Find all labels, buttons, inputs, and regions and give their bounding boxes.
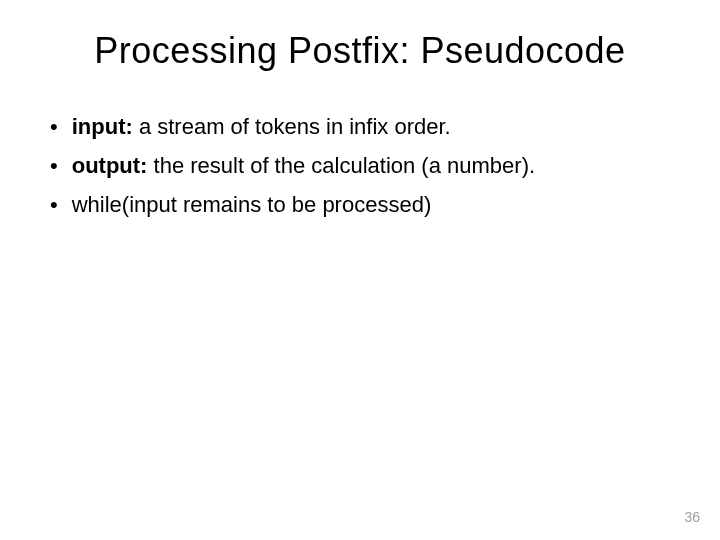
bullet-body: a stream of tokens in infix order. xyxy=(133,114,451,139)
bullet-marker: • xyxy=(50,112,58,143)
bullet-body: the result of the calculation (a number)… xyxy=(147,153,535,178)
bullet-label: output: xyxy=(72,153,148,178)
slide-title: Processing Postfix: Pseudocode xyxy=(40,30,680,72)
page-number: 36 xyxy=(684,509,700,525)
bullet-marker: • xyxy=(50,190,58,221)
bullet-text: output: the result of the calculation (a… xyxy=(72,151,680,182)
bullet-body: while(input remains to be processed) xyxy=(72,192,432,217)
bullet-marker: • xyxy=(50,151,58,182)
bullet-item: • input: a stream of tokens in infix ord… xyxy=(50,112,680,143)
slide-container: Processing Postfix: Pseudocode • input: … xyxy=(0,0,720,540)
bullet-item: • while(input remains to be processed) xyxy=(50,190,680,221)
content-area: • input: a stream of tokens in infix ord… xyxy=(40,112,680,220)
bullet-item: • output: the result of the calculation … xyxy=(50,151,680,182)
bullet-text: while(input remains to be processed) xyxy=(72,190,680,221)
bullet-label: input: xyxy=(72,114,133,139)
bullet-text: input: a stream of tokens in infix order… xyxy=(72,112,680,143)
